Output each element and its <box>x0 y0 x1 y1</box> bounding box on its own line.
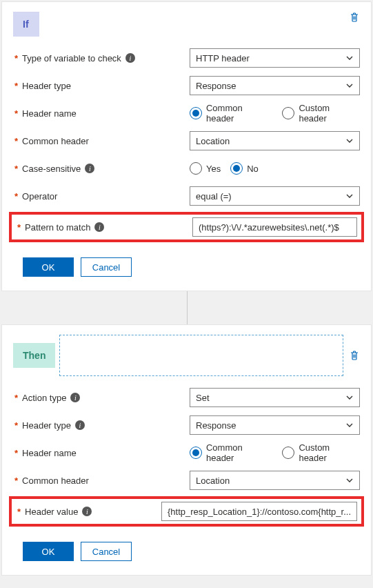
radio-circle-icon <box>282 107 294 119</box>
radio-label: Custom header <box>299 103 360 124</box>
required-marker: * <box>14 393 18 403</box>
input-value: (https?):\/\/.*azurewebsites\.net(.*)$ <box>199 222 339 233</box>
chevron-down-icon <box>345 421 354 429</box>
label-operator: Operator <box>22 191 57 202</box>
radio-no[interactable]: No <box>230 162 259 175</box>
select-header-type-if[interactable]: Response <box>190 76 360 95</box>
cancel-button-then[interactable]: Cancel <box>81 542 132 561</box>
radio-circle-icon <box>190 447 202 459</box>
required-marker: * <box>17 222 21 233</box>
row-action-type: * Action type i Set <box>13 386 360 409</box>
label-pattern: Pattern to match <box>25 222 90 233</box>
row-type-of-variable: * Type of variable to check i HTTP heade… <box>13 46 360 70</box>
info-icon[interactable]: i <box>94 222 104 232</box>
row-header-type-then: * Header type i Response <box>13 413 360 437</box>
required-marker: * <box>14 476 18 486</box>
chevron-down-icon <box>345 393 354 402</box>
select-operator[interactable]: equal (=) <box>190 186 360 206</box>
then-header: Then <box>13 335 360 376</box>
input-value: {http_resp_Location_1}://contoso.com{htt… <box>168 507 351 517</box>
select-value: Location <box>196 476 230 486</box>
select-value: HTTP header <box>196 53 250 63</box>
select-action-type[interactable]: Set <box>190 388 360 407</box>
chevron-down-icon <box>345 192 354 200</box>
select-common-header-if[interactable]: Location <box>190 131 360 150</box>
ok-button-if[interactable]: OK <box>23 257 74 277</box>
required-marker: * <box>14 164 18 174</box>
input-header-value[interactable]: {http_resp_Location_1}://contoso.com{htt… <box>161 502 357 521</box>
radio-label: Common header <box>206 103 273 124</box>
select-common-header-then[interactable]: Location <box>190 471 360 490</box>
then-tag: Then <box>13 343 55 368</box>
row-header-type-if: * Header type Response <box>13 74 360 97</box>
label-header-type: Header type <box>22 81 71 91</box>
select-type-of-variable[interactable]: HTTP header <box>190 48 360 68</box>
delete-then-button[interactable] <box>349 350 360 361</box>
required-marker: * <box>14 191 18 202</box>
radio-yes[interactable]: Yes <box>190 162 221 175</box>
radio-circle-icon <box>282 447 294 459</box>
radio-custom-header-then[interactable]: Custom header <box>282 442 360 463</box>
info-icon[interactable]: i <box>125 53 135 63</box>
required-marker: * <box>14 448 18 458</box>
required-marker: * <box>14 136 18 146</box>
select-value: Location <box>196 136 230 146</box>
label-common-header: Common header <box>22 136 89 146</box>
row-common-header-if: * Common header Location <box>13 129 360 153</box>
ok-button-then[interactable]: OK <box>23 542 74 561</box>
radio-common-header-then[interactable]: Common header <box>190 442 272 463</box>
info-icon[interactable]: i <box>70 393 80 402</box>
radio-common-header-if[interactable]: Common header <box>190 103 272 124</box>
label-action-type: Action type <box>22 393 66 403</box>
row-header-name-if: * Header name Common header Custom heade… <box>13 101 360 125</box>
if-buttons: OK Cancel <box>13 257 360 277</box>
connector-line <box>1 295 372 323</box>
select-value: Set <box>196 393 210 403</box>
radio-label: Common header <box>206 442 273 463</box>
if-header: If <box>13 12 360 37</box>
select-header-type-then[interactable]: Response <box>190 415 360 435</box>
cancel-button-if[interactable]: Cancel <box>81 257 132 277</box>
radio-label: No <box>247 164 259 174</box>
label-header-name: Header name <box>22 108 77 119</box>
required-marker: * <box>14 420 18 431</box>
row-common-header-then: * Common header Location <box>13 469 360 492</box>
chevron-down-icon <box>345 54 354 62</box>
then-card: Then * Action type i Set * Header type i <box>1 324 372 576</box>
label-header-value: Header value <box>25 507 78 517</box>
row-case-sensitive: * Case-sensitive i Yes No <box>13 157 360 180</box>
then-buttons: OK Cancel <box>13 542 360 561</box>
select-value: Response <box>196 420 236 431</box>
select-value: Response <box>196 81 236 91</box>
required-marker: * <box>14 81 18 91</box>
if-card: If * Type of variable to check i HTTP he… <box>1 1 372 291</box>
radio-circle-icon <box>190 162 202 175</box>
row-operator: * Operator equal (=) <box>13 184 360 208</box>
radio-label: Yes <box>206 164 221 174</box>
chevron-down-icon <box>345 476 354 484</box>
label-header-type: Header type <box>22 420 71 431</box>
radio-custom-header-if[interactable]: Custom header <box>282 103 360 124</box>
trash-icon <box>349 350 360 361</box>
info-icon[interactable]: i <box>75 420 85 430</box>
row-header-name-then: * Header name Common header Custom heade… <box>13 441 360 464</box>
select-value: equal (=) <box>196 191 232 202</box>
info-icon[interactable]: i <box>82 507 92 516</box>
info-icon[interactable]: i <box>85 164 94 173</box>
radio-label: Custom header <box>299 442 360 463</box>
then-dropzone[interactable] <box>59 335 343 376</box>
label-type-of-variable: Type of variable to check <box>22 53 121 63</box>
if-tag: If <box>13 12 39 37</box>
label-header-name: Header name <box>22 448 77 458</box>
radio-circle-icon <box>190 107 202 119</box>
label-common-header: Common header <box>22 476 89 486</box>
row-pattern-to-match: * Pattern to match i (https?):\/\/.*azur… <box>9 212 364 242</box>
input-pattern-to-match[interactable]: (https?):\/\/.*azurewebsites\.net(.*)$ <box>192 217 357 237</box>
row-header-value: * Header value i {http_resp_Location_1}:… <box>9 496 364 527</box>
required-marker: * <box>14 108 18 119</box>
radio-circle-icon <box>230 162 243 175</box>
delete-if-button[interactable] <box>349 12 360 23</box>
required-marker: * <box>17 507 21 517</box>
chevron-down-icon <box>345 81 354 90</box>
required-marker: * <box>14 53 18 63</box>
